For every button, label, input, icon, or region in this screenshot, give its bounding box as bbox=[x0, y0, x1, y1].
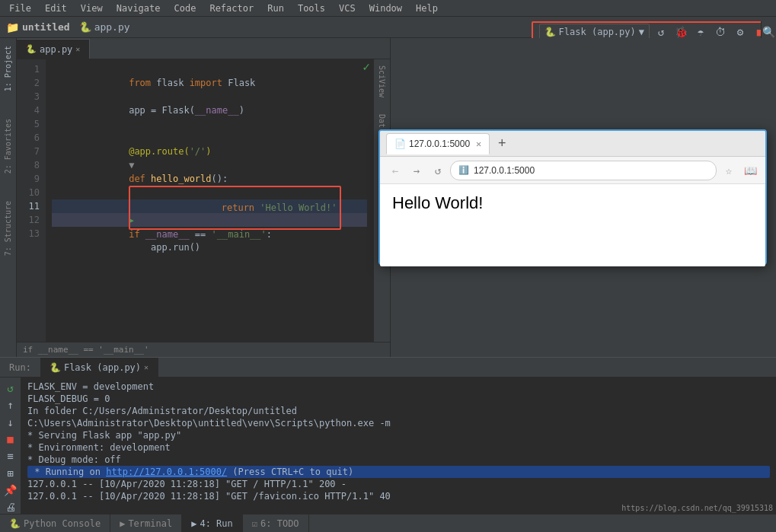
file-tab-name: app.py bbox=[40, 44, 72, 55]
run-panel-tabs: Run: 🐍 Flask (app.py) ✕ bbox=[0, 358, 776, 377]
run-tab-flask[interactable]: 🐍 Flask (app.py) ✕ bbox=[40, 358, 158, 377]
line-num-9: 9 bbox=[17, 172, 40, 186]
menu-run[interactable]: Run bbox=[261, 2, 290, 15]
sidebar-sciview[interactable]: SciView bbox=[376, 61, 388, 102]
menu-file[interactable]: File bbox=[3, 2, 37, 15]
line-num-12: 12 bbox=[17, 213, 40, 227]
console-line-2: FLASK_DEBUG = 0 bbox=[27, 393, 770, 405]
print-btn[interactable]: 🖨 bbox=[2, 499, 19, 514]
console-line-3: In folder C:/Users/Administrator/Desktop… bbox=[27, 405, 770, 417]
terminal-icon: ▶ bbox=[120, 518, 125, 529]
menu-code[interactable]: Code bbox=[168, 2, 203, 15]
menu-edit[interactable]: Edit bbox=[39, 2, 73, 15]
footer-tab-run[interactable]: ▶ 4: Run bbox=[182, 514, 243, 533]
project-name: 📁 untitled bbox=[6, 21, 70, 33]
sidebar-item-favorites[interactable]: 2: Favorites bbox=[2, 114, 14, 178]
run-config-icon: 🐍 bbox=[544, 27, 556, 37]
browser-tab-title: 127.0.0.1:5000 bbox=[409, 139, 470, 149]
code-line-6: @app.route('/') bbox=[52, 131, 367, 145]
watermark: https://blog.csdn.net/qq_39915318 bbox=[621, 504, 773, 512]
breadcrumb-text: if __name__ == '__main__' bbox=[23, 345, 149, 355]
code-status-check: ✓ bbox=[362, 59, 370, 74]
console-line-10: 127.0.0.1 -- [10/Apr/2020 11:28:18] "GET… bbox=[27, 490, 770, 502]
sidebar-item-project[interactable]: 1: Project bbox=[2, 41, 14, 96]
python-file-icon: 🐍 bbox=[26, 44, 37, 54]
python-console-icon: 🐍 bbox=[9, 518, 21, 529]
line-num-2: 2 bbox=[17, 76, 40, 90]
back-button[interactable]: ← bbox=[386, 161, 404, 180]
flask-tab-close[interactable]: ✕ bbox=[144, 363, 148, 371]
terminal-label: Terminal bbox=[128, 518, 172, 529]
lock-icon: ℹ️ bbox=[458, 165, 469, 175]
python-console-label: Python Console bbox=[24, 518, 101, 529]
menu-view[interactable]: View bbox=[75, 2, 109, 15]
title-bar: 📁 untitled 🐍 app.py 🐍 Flask (app.py) ▼ ↺… bbox=[0, 17, 776, 38]
menu-window[interactable]: Window bbox=[363, 2, 408, 15]
breadcrumb-bar: if __name__ == '__main__' bbox=[17, 342, 390, 357]
line-num-4: 4 bbox=[17, 104, 40, 117]
flask-tab-icon: 🐍 bbox=[49, 362, 61, 373]
menu-vcs[interactable]: VCS bbox=[333, 2, 362, 15]
browser-titlebar: 📄 127.0.0.1:5000 ✕ + bbox=[380, 131, 765, 157]
code-content[interactable]: from flask import Flask app = Flask(__na… bbox=[46, 59, 373, 342]
project-name-label: untitled bbox=[22, 21, 70, 33]
line-num-10: 10 bbox=[17, 186, 40, 199]
menu-navigate[interactable]: Navigate bbox=[110, 2, 167, 15]
refresh-button[interactable]: ↺ bbox=[429, 161, 447, 180]
file-tab-close[interactable]: ✕ bbox=[75, 45, 80, 53]
editor-area: 🐍 app.py ✕ 1 2 3 4 5 6 7 bbox=[17, 38, 390, 357]
line-num-1: 1 bbox=[17, 62, 40, 76]
run-sidebar-buttons: ↺ ↑ ↓ ■ ≡ ⊞ 📌 🖨 🗑 bbox=[0, 377, 21, 532]
left-sidebar: 1: Project 2: Favorites 7: Structure bbox=[0, 38, 17, 357]
browser-content: Hello World! bbox=[380, 184, 765, 266]
code-line-1: from flask import Flask bbox=[52, 62, 367, 76]
forward-button[interactable]: → bbox=[407, 161, 426, 180]
pin-btn[interactable]: 📌 bbox=[2, 483, 19, 498]
console-line-4: C:\Users\Administrator\Desktop\untitled\… bbox=[27, 417, 770, 429]
run-label-text: Run: bbox=[9, 362, 31, 373]
footer-tab-todo[interactable]: ☑ 6: TODO bbox=[243, 514, 309, 533]
run-url-link[interactable]: http://127.0.0.1:5000/ bbox=[106, 467, 227, 477]
run-panel-label: Run: bbox=[0, 358, 40, 377]
browser-tab[interactable]: 📄 127.0.0.1:5000 ✕ bbox=[386, 133, 490, 155]
menu-tools[interactable]: Tools bbox=[292, 2, 331, 15]
menu-help[interactable]: Help bbox=[410, 2, 444, 15]
browser-window: 📄 127.0.0.1:5000 ✕ + ← → ↺ ℹ️ 127.0.0.1:… bbox=[378, 129, 767, 265]
footer-tab-terminal[interactable]: ▶ Terminal bbox=[110, 514, 182, 533]
stop-console-btn[interactable]: ■ bbox=[2, 432, 19, 447]
down-btn[interactable]: ↓ bbox=[2, 415, 19, 430]
line-num-13: 13 bbox=[17, 227, 40, 241]
file-name-title: app.py bbox=[94, 21, 130, 33]
rerun-console-btn[interactable]: ↺ bbox=[2, 381, 19, 396]
page-doc-icon: 📄 bbox=[394, 139, 406, 149]
menu-refactor[interactable]: Refactor bbox=[203, 2, 260, 15]
browser-tab-close[interactable]: ✕ bbox=[476, 139, 481, 149]
reader-view-button[interactable]: 📖 bbox=[741, 161, 759, 180]
sidebar-item-structure[interactable]: 7: Structure bbox=[2, 196, 14, 260]
line-num-3: 3 bbox=[17, 90, 40, 104]
browser-addressbar: ← → ↺ ℹ️ 127.0.0.1:5000 ☆ 📖 bbox=[380, 157, 765, 184]
run-tab-label: 4: Run bbox=[200, 518, 232, 529]
new-tab-button[interactable]: + bbox=[493, 135, 511, 153]
address-bar[interactable]: ℹ️ 127.0.0.1:5000 bbox=[450, 161, 717, 180]
flask-tab-label: Flask (app.py) bbox=[64, 362, 141, 373]
line-num-7: 7 bbox=[17, 145, 40, 158]
footer-tab-python-console[interactable]: 🐍 Python Console bbox=[0, 514, 110, 533]
address-text: 127.0.0.1:5000 bbox=[474, 165, 535, 176]
todo-label: 6: TODO bbox=[260, 518, 299, 529]
file-tabs: 🐍 app.py ✕ bbox=[17, 38, 390, 59]
todo-icon: ☑ bbox=[252, 518, 257, 529]
up-btn[interactable]: ↑ bbox=[2, 397, 19, 413]
run-config-name: Flask (app.py) bbox=[559, 27, 636, 37]
wrap-btn[interactable]: ≡ bbox=[2, 448, 19, 464]
file-tab-title: 🐍 app.py bbox=[79, 21, 130, 33]
file-tab-app-py[interactable]: 🐍 app.py ✕ bbox=[17, 39, 90, 59]
favorites-star-button[interactable]: ☆ bbox=[720, 161, 738, 180]
code-editor[interactable]: 1 2 3 4 5 6 7 8 9 10 11 12 13 bbox=[17, 59, 390, 342]
folder-icon: 📁 bbox=[6, 21, 19, 33]
line-numbers: 1 2 3 4 5 6 7 8 9 10 11 12 13 bbox=[17, 59, 46, 342]
console-line-8: * Running on http://127.0.0.1:5000/ (Pre… bbox=[27, 466, 770, 478]
line-num-6: 6 bbox=[17, 131, 40, 145]
expand-btn[interactable]: ⊞ bbox=[2, 466, 19, 481]
file-icon-title: 🐍 bbox=[79, 21, 91, 33]
